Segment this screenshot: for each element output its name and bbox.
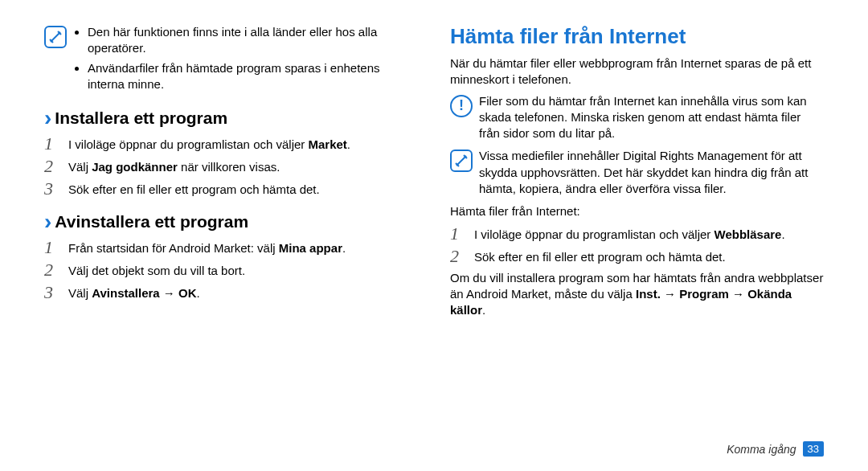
uninstall-step-3: 3 Välj Avinstallera → OK. (44, 283, 418, 302)
chevron-right-icon: › (44, 211, 51, 233)
step-text: I viloläge öppnar du programlistan och v… (68, 134, 418, 153)
step-number: 2 (450, 247, 466, 266)
step-text: Sök efter en fil eller ett program och h… (68, 179, 418, 198)
step-number: 1 (450, 224, 466, 244)
step-number: 3 (44, 283, 60, 302)
warning-text: Filer som du hämtar från Internet kan in… (479, 93, 824, 142)
drm-note-text: Vissa mediefiler innehåller Digital Righ… (479, 148, 824, 197)
download-step-1: 1 I viloläge öppnar du programlistan och… (450, 224, 824, 244)
install-step-2: 2 Välj Jag godkänner när villkoren visas… (44, 157, 418, 176)
uninstall-step-1: 1 Från startsidan för Android Market: vä… (44, 238, 418, 257)
step-text: Välj Avinstallera → OK. (68, 283, 418, 301)
step-text: Från startsidan för Android Market: välj… (68, 238, 418, 256)
uninstall-heading: › Avinstallera ett program (44, 211, 418, 233)
step-number: 1 (44, 134, 60, 154)
step-number: 3 (44, 179, 60, 199)
install-heading: › Installera ett program (44, 107, 418, 129)
step-text: I viloläge öppnar du programlistan och v… (474, 224, 824, 243)
uninstall-heading-text: Avinstallera ett program (55, 212, 248, 231)
page-footer: Komma igång 33 (727, 441, 824, 457)
note-icon (450, 149, 473, 172)
note-icon (44, 26, 67, 48)
step-text: Sök efter en fil eller ett program och h… (474, 247, 824, 265)
note-list: Den här funktionen finns inte i alla län… (73, 24, 418, 96)
page-columns: Den här funktionen finns inte i alla län… (44, 24, 824, 323)
uninstall-step-2: 2 Välj det objekt som du vill ta bort. (44, 260, 418, 280)
left-column: Den här funktionen finns inte i alla län… (44, 24, 418, 323)
step-number: 1 (44, 238, 60, 257)
warning-box: ! Filer som du hämtar från Internet kan … (450, 93, 824, 142)
install-step-1: 1 I viloläge öppnar du programlistan och… (44, 134, 418, 154)
intro-text: När du hämtar filer eller webbprogram fr… (450, 55, 824, 88)
footer-section: Komma igång (727, 443, 796, 456)
note-box-general: Den här funktionen finns inte i alla län… (44, 24, 418, 96)
intro2-text: Hämta filer från Internet: (450, 203, 824, 219)
drm-note-box: Vissa mediefiler innehåller Digital Righ… (450, 148, 824, 197)
outro-text: Om du vill installera program som har hä… (450, 270, 824, 319)
step-text: Välj Jag godkänner när villkoren visas. (68, 157, 418, 175)
step-text: Välj det objekt som du vill ta bort. (68, 260, 418, 279)
page-title: Hämta filer från Internet (450, 24, 824, 49)
download-step-2: 2 Sök efter en fil eller ett program och… (450, 247, 824, 266)
install-heading-text: Installera ett program (55, 109, 227, 128)
step-number: 2 (44, 157, 60, 176)
chevron-right-icon: › (44, 107, 51, 129)
step-number: 2 (44, 260, 60, 280)
note-item: Den här funktionen finns inte i alla län… (88, 24, 418, 57)
page-number: 33 (803, 441, 824, 457)
warning-icon: ! (450, 95, 473, 117)
note-item: Användarfiler från hämtade program spara… (88, 60, 418, 93)
install-step-3: 3 Sök efter en fil eller ett program och… (44, 179, 418, 199)
right-column: Hämta filer från Internet När du hämtar … (450, 24, 824, 323)
